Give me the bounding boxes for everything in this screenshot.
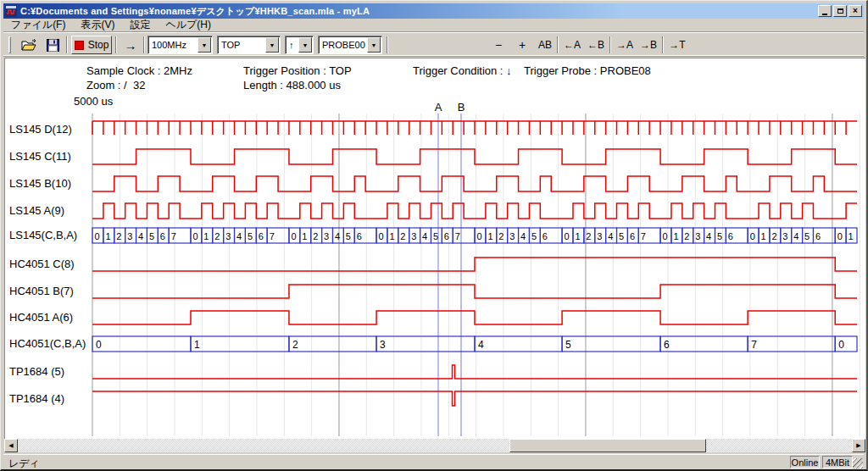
- time-scale-label: 5000 us: [74, 95, 113, 108]
- toolbar: Stop → 100MHz ▼ TOP ▼ ↑ ▼ PROBE00 ▼ − + …: [3, 31, 864, 57]
- channel-label-hc4051-c: HC4051 C(8): [9, 257, 75, 272]
- floppy-disk-icon: [47, 39, 59, 52]
- toolbar-separator: [609, 36, 611, 53]
- status-ready-text: レディ: [8, 457, 40, 471]
- info-trigger-probe: Trigger Probe : PROBE08: [524, 64, 651, 77]
- dropdown-arrow-icon[interactable]: ▼: [298, 37, 312, 53]
- channel-label-tp1684-4: TP1684 (4): [9, 391, 64, 407]
- toolbar-grip[interactable]: [8, 36, 11, 53]
- info-length: Length : 488.000 us: [243, 79, 341, 91]
- marker-b-label[interactable]: B: [456, 101, 466, 114]
- move-marker-b-left-button[interactable]: ←B: [585, 36, 607, 54]
- scroll-left-button[interactable]: ◀: [4, 439, 18, 452]
- menu-bar: ファイル(F) 表示(V) 設定 ヘルプ(H): [3, 19, 864, 31]
- move-marker-a-left-button[interactable]: ←A: [561, 36, 583, 54]
- channel-label-ls145-a: LS145 A(9): [9, 203, 64, 219]
- channel-label-ls145-c: LS145 C(11): [9, 149, 71, 164]
- close-icon: ×: [853, 7, 858, 15]
- goto-trigger-button[interactable]: →T: [666, 36, 688, 54]
- marker-a-label[interactable]: A: [433, 101, 443, 114]
- menu-view[interactable]: 表示(V): [73, 18, 122, 32]
- open-folder-icon: [21, 39, 36, 52]
- status-online-badge: Online: [790, 456, 820, 468]
- status-memory-badge: 4MBit: [822, 456, 853, 468]
- toolbar-separator: [115, 36, 117, 53]
- horizontal-scrollbar: ◀ ▶: [4, 439, 865, 452]
- resize-grip[interactable]: [853, 458, 863, 468]
- channel-label-tp1684-5: TP1684 (5): [9, 364, 64, 380]
- toolbar-separator: [387, 36, 388, 53]
- zoom-ab-button[interactable]: AB: [535, 36, 555, 54]
- channel-label-ls145-d: LS145 D(12): [9, 122, 72, 137]
- move-marker-a-right-button[interactable]: →A: [614, 36, 636, 54]
- channel-label-hc4051-bus: HC4051(C,B,A): [9, 336, 86, 352]
- channel-label-hc4051-a: HC4051 A(6): [9, 310, 73, 325]
- scrollbar-track[interactable]: [18, 439, 852, 452]
- maximize-icon: [837, 8, 843, 14]
- save-button[interactable]: [42, 36, 64, 54]
- info-sample-clock: Sample Clock : 2MHz: [86, 64, 192, 77]
- info-trigger-position: Trigger Position : TOP: [243, 64, 352, 77]
- window-title: C:¥Documents and Settings¥noname¥デスクトップ¥…: [20, 5, 370, 18]
- trigger-probe-select[interactable]: PROBE00 ▼: [318, 36, 382, 54]
- dropdown-arrow-icon[interactable]: ▼: [198, 37, 211, 53]
- channel-label-hc4051-b: HC4051 B(7): [9, 284, 74, 299]
- toolbar-separator: [66, 36, 68, 53]
- move-marker-b-right-button[interactable]: →B: [637, 36, 659, 54]
- menu-file[interactable]: ファイル(F): [3, 18, 73, 32]
- open-file-button[interactable]: [18, 36, 40, 54]
- trigger-edge-select[interactable]: ↑ ▼: [285, 36, 314, 54]
- toolbar-separator: [662, 36, 664, 53]
- title-bar[interactable]: C:¥Documents and Settings¥noname¥デスクトップ¥…: [3, 3, 864, 19]
- zoom-in-button[interactable]: +: [512, 36, 532, 54]
- toolbar-separator: [143, 36, 145, 53]
- scroll-right-button[interactable]: ▶: [852, 439, 865, 452]
- maximize-button[interactable]: [833, 5, 847, 17]
- app-icon: [5, 5, 17, 17]
- trigger-position-select[interactable]: TOP ▼: [217, 36, 281, 54]
- scrollbar-thumb[interactable]: [509, 439, 706, 452]
- info-zoom: Zoom : / 32: [86, 79, 145, 91]
- application-window: C:¥Documents and Settings¥noname¥デスクトップ¥…: [0, 0, 868, 471]
- dropdown-arrow-icon[interactable]: ▼: [367, 37, 381, 53]
- run-arrow-icon: →: [125, 38, 137, 53]
- sample-clock-select[interactable]: 100MHz ▼: [147, 36, 213, 54]
- menu-help[interactable]: ヘルプ(H): [158, 18, 219, 32]
- stop-icon: [75, 41, 84, 50]
- channel-label-ls145-bus: LS145(C,B,A): [9, 228, 77, 243]
- close-button[interactable]: ×: [849, 5, 862, 17]
- run-button[interactable]: →: [120, 36, 142, 54]
- menu-settings[interactable]: 設定: [122, 18, 158, 32]
- minimize-button[interactable]: [818, 5, 832, 17]
- channel-label-ls145-b: LS145 B(10): [9, 176, 71, 191]
- info-trigger-condition: Trigger Condition : ↓: [413, 64, 512, 77]
- minimize-icon: [822, 14, 827, 15]
- toolbar-separator: [557, 36, 559, 53]
- dropdown-arrow-icon[interactable]: ▼: [265, 37, 279, 53]
- waveform-area[interactable]: [92, 114, 857, 436]
- stop-button[interactable]: Stop: [71, 36, 112, 54]
- status-bar: レディ Online 4MBit: [3, 454, 864, 469]
- zoom-out-button[interactable]: −: [488, 36, 509, 54]
